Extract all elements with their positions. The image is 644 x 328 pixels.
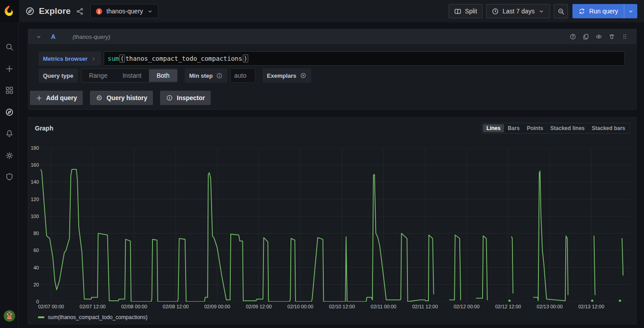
query-type-label: Query type: [38, 68, 78, 83]
bell-icon: [5, 129, 14, 138]
drag-handle-icon[interactable]: [621, 33, 628, 40]
apps-grid-icon: [5, 86, 14, 95]
open-paren-token: (: [119, 55, 125, 63]
compass-icon: [5, 108, 14, 117]
grafana-explore-app: Explore thanos-query Split Last 7 days: [0, 0, 644, 328]
chevron-right-icon: [91, 56, 97, 62]
inspector-button[interactable]: Inspector: [160, 91, 211, 105]
shield-icon: [5, 172, 14, 181]
datasource-name: thanos-query: [106, 8, 143, 15]
chevron-down-icon: [627, 8, 634, 15]
y-axis-tick: 160: [28, 162, 39, 168]
zoom-out-button[interactable]: [554, 4, 568, 18]
x-axis-tick: 02/07 00:00: [38, 304, 64, 309]
page-title: Explore: [39, 6, 71, 16]
sidebar-item-server-admin[interactable]: [0, 166, 19, 188]
sidebar-item-search[interactable]: [0, 36, 19, 58]
query-type-radio-group: RangeInstantBoth: [81, 68, 178, 83]
query-datasource-hint: (thanos-query): [72, 34, 110, 40]
sidebar: [0, 0, 19, 328]
x-axis-tick: 02/13 00:00: [537, 304, 563, 309]
run-query-label: Run query: [589, 8, 618, 15]
graph-mode-stacked-lines[interactable]: Stacked lines: [547, 124, 589, 132]
add-query-button[interactable]: Add query: [30, 91, 83, 105]
topbar: Explore thanos-query Split Last 7 days: [19, 0, 644, 22]
sidebar-item-alerting[interactable]: [0, 123, 19, 145]
user-avatar[interactable]: [4, 310, 15, 322]
query-type-instant[interactable]: Instant: [115, 69, 149, 82]
x-axis-tick: 02/11 12:00: [412, 304, 438, 309]
columns-split-icon: [454, 8, 462, 15]
query-function-token: sum: [108, 55, 119, 62]
y-axis-tick: 100: [28, 214, 39, 219]
query-ref-id[interactable]: A: [51, 33, 55, 40]
x-axis-tick: 02/11 00:00: [371, 304, 396, 309]
time-range-picker[interactable]: Last 7 days: [486, 4, 551, 18]
metrics-browser-label: Metrics browser: [43, 55, 88, 62]
split-label: Split: [465, 8, 477, 15]
graph-mode-points[interactable]: Points: [523, 124, 547, 132]
sidebar-item-explore[interactable]: [0, 101, 19, 123]
datasource-picker[interactable]: thanos-query: [90, 4, 158, 18]
graph-mode-bars[interactable]: Bars: [504, 124, 523, 132]
graph-mode-stacked-bars[interactable]: Stacked bars: [588, 124, 629, 132]
y-axis-tick: 0: [28, 299, 39, 304]
query-metric-token: thanos_compact_todo_compactions: [125, 55, 242, 62]
x-axis-tick: 02/10 00:00: [288, 304, 314, 309]
circle-dot-toggle-icon[interactable]: [300, 72, 307, 79]
promql-query-input[interactable]: sum(thanos_compact_todo_compactions): [104, 51, 625, 66]
copy-icon[interactable]: [582, 33, 589, 40]
history-icon: [96, 94, 103, 101]
info-circle-icon: [166, 94, 173, 101]
time-series-chart[interactable]: [41, 148, 631, 302]
search-icon: [5, 42, 14, 51]
run-query-button[interactable]: Run query: [572, 4, 637, 18]
sidebar-item-configuration[interactable]: [0, 145, 19, 167]
sidebar-item-dashboards[interactable]: [0, 80, 19, 101]
y-axis-tick: 60: [28, 248, 39, 253]
x-axis-tick: 02/10 12:00: [329, 304, 355, 309]
y-axis-tick: 140: [28, 179, 39, 185]
eye-icon[interactable]: [595, 33, 602, 40]
y-axis-tick: 80: [28, 231, 39, 236]
graph-mode-tabs: LinesBarsPointsStacked linesStacked bars: [482, 123, 630, 134]
close-paren-token: ): [243, 55, 248, 63]
x-axis-tick: 02/07 12:00: [80, 304, 106, 309]
time-range-label: Last 7 days: [503, 8, 535, 15]
split-button[interactable]: Split: [449, 4, 483, 18]
zoom-out-icon: [557, 8, 565, 15]
y-axis-labels: 020406080100120140160180: [28, 118, 39, 324]
clock-icon: [491, 8, 499, 15]
chevron-down-icon: [538, 8, 545, 15]
plus-icon: [5, 64, 14, 73]
x-axis-tick: 02/09 00:00: [204, 304, 230, 309]
series-legend[interactable]: sum(thanos_compact_todo_compactions): [38, 314, 148, 320]
plus-icon: [36, 95, 42, 101]
sync-icon: [578, 8, 585, 15]
chevron-down-icon: [147, 8, 153, 15]
prometheus-datasource-icon: [95, 8, 103, 15]
help-circle-icon[interactable]: [569, 33, 576, 40]
query-row-actions: [569, 33, 628, 40]
x-axis-tick: 02/12 12:00: [495, 304, 521, 309]
sidebar-item-create[interactable]: [0, 58, 19, 80]
query-row-header: A (thanos-query): [28, 29, 636, 44]
compass-icon: [25, 6, 35, 16]
y-axis-tick: 120: [28, 197, 39, 202]
trash-icon[interactable]: [608, 33, 615, 40]
query-history-button[interactable]: Query history: [90, 91, 153, 105]
legend-color-swatch: [38, 316, 44, 318]
query-type-range[interactable]: Range: [81, 69, 115, 82]
grafana-logo[interactable]: [0, 0, 19, 22]
collapse-chevron-icon[interactable]: [35, 34, 42, 40]
min-step-input[interactable]: [230, 68, 255, 83]
share-alt-icon[interactable]: [76, 7, 84, 16]
query-editor-panel: A (thanos-query) Metrics browser sum(tha…: [28, 29, 637, 110]
metrics-browser-toggle[interactable]: Metrics browser: [38, 51, 101, 66]
query-type-both[interactable]: Both: [149, 69, 177, 82]
graph-mode-lines[interactable]: Lines: [483, 124, 504, 132]
run-query-dropdown[interactable]: [624, 4, 637, 18]
y-axis-tick: 20: [28, 282, 39, 287]
legend-series-name: sum(thanos_compact_todo_compactions): [48, 314, 148, 320]
exemplars-label: Exemplars: [263, 68, 311, 83]
